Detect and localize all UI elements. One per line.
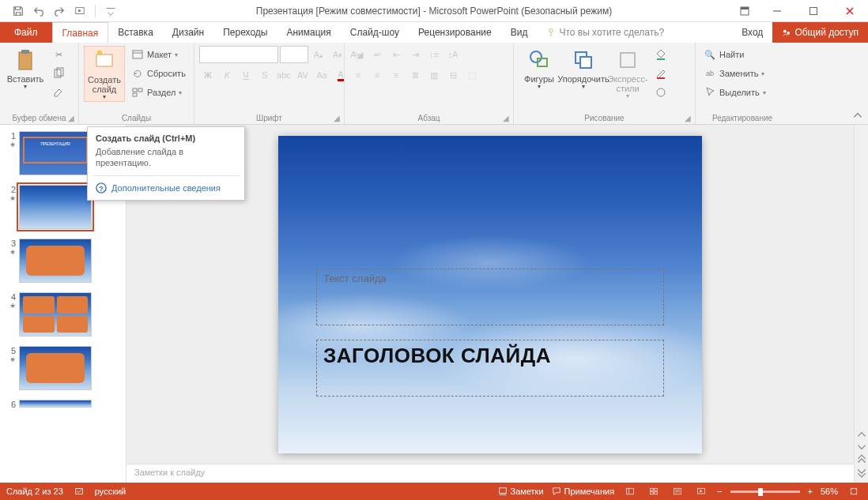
slideshow-view-button[interactable] — [693, 484, 709, 498]
justify-button[interactable]: ≣ — [406, 66, 424, 84]
slide-thumbnail-3[interactable] — [19, 239, 92, 283]
tell-me-search[interactable]: Что вы хотите сделать? — [537, 22, 674, 43]
smartart-button[interactable]: ⬚ — [463, 66, 481, 84]
zoom-level[interactable]: 56% — [821, 487, 838, 496]
line-spacing-button[interactable]: ↕≡ — [425, 46, 443, 63]
minimize-button[interactable] — [759, 0, 795, 22]
save-button[interactable] — [9, 2, 27, 20]
slide-sorter-view-button[interactable] — [646, 484, 662, 498]
bullets-button[interactable]: ≔ — [349, 46, 367, 63]
maximize-button[interactable] — [795, 0, 832, 22]
bold-button[interactable]: Ж — [199, 66, 217, 84]
prev-slide-icon[interactable] — [856, 454, 867, 465]
decrease-font-button[interactable]: A▾ — [329, 46, 346, 63]
tooltip-help-link[interactable]: ? Дополнительные сведения — [88, 176, 244, 200]
tab-insert[interactable]: Вставка — [108, 22, 163, 43]
vertical-scrollbar[interactable] — [854, 125, 868, 483]
scroll-down-icon[interactable] — [856, 442, 867, 453]
zoom-in-button[interactable]: + — [808, 487, 813, 496]
reading-view-button[interactable] — [670, 484, 685, 498]
underline-button[interactable]: Ч — [237, 66, 255, 84]
shape-outline-button[interactable] — [651, 65, 670, 82]
notes-pane[interactable]: Заметки к слайду — [126, 464, 854, 483]
replace-button[interactable]: abЗаменить▾ — [700, 65, 769, 82]
svg-point-5 — [549, 29, 553, 33]
change-case-button[interactable]: Aa — [313, 66, 330, 84]
tab-file[interactable]: Файл — [0, 22, 52, 43]
align-right-button[interactable]: ≡ — [387, 66, 405, 84]
customize-qat-button[interactable] — [102, 2, 119, 20]
text-direction-button[interactable]: ↕A — [444, 46, 462, 63]
slide-thumbnail-2[interactable] — [19, 185, 92, 229]
tab-transitions[interactable]: Переходы — [213, 22, 277, 43]
spellcheck-status[interactable] — [74, 487, 84, 496]
close-button[interactable] — [832, 0, 868, 22]
slide-thumbnail-5[interactable] — [19, 346, 92, 390]
find-button[interactable]: 🔍Найти — [700, 46, 769, 63]
fit-to-window-button[interactable] — [846, 484, 862, 498]
copy-button[interactable] — [49, 65, 68, 82]
language-status[interactable]: русский — [95, 487, 126, 496]
signin-button[interactable]: Вход — [732, 22, 772, 43]
dialog-launcher-icon[interactable]: ◢ — [684, 114, 692, 122]
arrange-button[interactable]: Упорядочить▾ — [563, 46, 604, 91]
new-slide-button[interactable]: Создать слайд▾ — [84, 46, 125, 102]
strikethrough-button[interactable]: S — [256, 66, 274, 84]
tab-animation[interactable]: Анимация — [277, 22, 340, 43]
shape-fill-button[interactable] — [651, 46, 670, 63]
next-slide-icon[interactable] — [856, 467, 867, 478]
slide-canvas[interactable]: Текст слайда ЗАГОЛОВОК СЛАЙДА — [278, 136, 702, 453]
layout-button[interactable]: Макет▾ — [128, 46, 189, 63]
increase-font-button[interactable]: A▴ — [310, 46, 327, 63]
tooltip-body: Добавление слайда в презентацию. — [88, 146, 244, 175]
tab-view[interactable]: Вид — [501, 22, 538, 43]
notes-toggle[interactable]: Заметки — [498, 487, 544, 496]
ribbon-display-options-button[interactable] — [730, 0, 759, 22]
font-family-combo[interactable] — [199, 46, 278, 63]
tab-slideshow[interactable]: Слайд-шоу — [341, 22, 409, 43]
section-button[interactable]: Раздел▾ — [128, 84, 189, 101]
dialog-launcher-icon[interactable]: ◢ — [333, 114, 341, 122]
dialog-launcher-icon[interactable]: ◢ — [67, 114, 75, 122]
zoom-out-button[interactable]: − — [717, 487, 722, 496]
paste-button[interactable]: Вставить▾ — [5, 46, 46, 91]
tab-review[interactable]: Рецензирование — [409, 22, 501, 43]
shapes-button[interactable]: Фигуры▾ — [519, 46, 560, 91]
dialog-launcher-icon[interactable]: ◢ — [502, 114, 510, 122]
slide-thumbnail-1[interactable]: ПРЕЗЕНТАЦИЯ — [19, 131, 92, 175]
quick-styles-button[interactable]: Экспресс-стили▾ — [607, 46, 648, 100]
align-text-button[interactable]: ⊟ — [444, 66, 462, 84]
reset-button[interactable]: Сбросить — [128, 65, 189, 82]
italic-button[interactable]: К — [218, 66, 236, 84]
tab-design[interactable]: Дизайн — [163, 22, 213, 43]
tab-home[interactable]: Главная — [52, 22, 109, 43]
collapse-ribbon-button[interactable] — [852, 110, 863, 121]
start-from-beginning-button[interactable] — [71, 2, 89, 20]
comments-toggle[interactable]: Примечания — [552, 487, 615, 496]
select-button[interactable]: Выделить▾ — [700, 84, 769, 101]
zoom-slider[interactable] — [730, 491, 800, 493]
numbering-button[interactable]: ≕ — [368, 46, 386, 63]
char-spacing-button[interactable]: AV — [294, 66, 311, 84]
font-size-combo[interactable] — [280, 46, 308, 63]
shadow-button[interactable]: abc — [275, 66, 292, 84]
decrease-indent-button[interactable]: ⇤ — [387, 46, 405, 63]
window-title: Презентация [Режим совместимости] - Micr… — [256, 6, 612, 17]
normal-view-button[interactable] — [622, 484, 638, 498]
share-button[interactable]: Общий доступ — [772, 22, 868, 43]
format-painter-button[interactable] — [49, 84, 68, 101]
undo-button[interactable] — [30, 2, 47, 20]
columns-button[interactable]: ▥ — [425, 66, 443, 84]
increase-indent-button[interactable]: ⇥ — [406, 46, 424, 63]
shape-effects-button[interactable] — [651, 84, 670, 101]
align-center-button[interactable]: ≡ — [368, 66, 386, 84]
slide-counter[interactable]: Слайд 2 из 23 — [6, 487, 63, 496]
title-placeholder[interactable]: ЗАГОЛОВОК СЛАЙДА — [316, 340, 664, 397]
slide-thumbnail-6[interactable] — [19, 400, 92, 408]
scroll-up-icon[interactable] — [856, 429, 867, 440]
subtitle-placeholder[interactable]: Текст слайда — [316, 269, 664, 325]
redo-button[interactable] — [51, 2, 68, 20]
slide-thumbnail-4[interactable] — [19, 292, 92, 336]
align-left-button[interactable]: ≡ — [349, 66, 367, 84]
cut-button[interactable]: ✂ — [49, 46, 68, 63]
